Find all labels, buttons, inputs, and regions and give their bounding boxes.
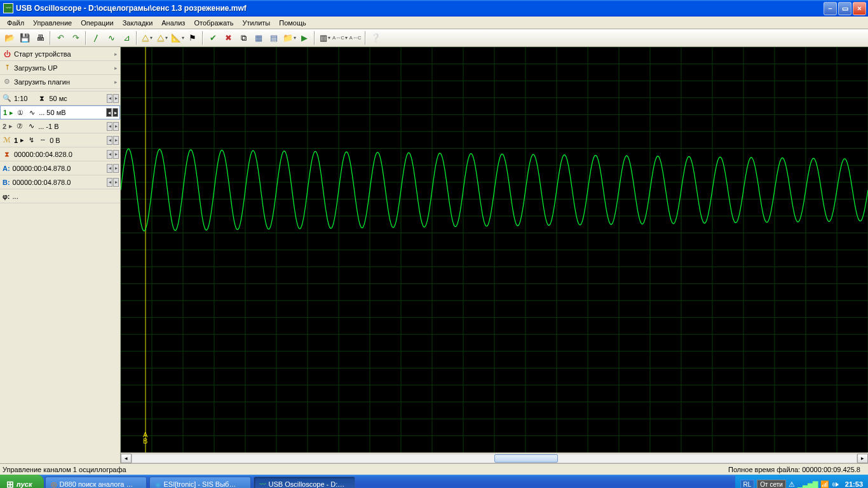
spin-left[interactable]: ◂ bbox=[107, 178, 112, 187]
wave-icon: ∿ bbox=[27, 122, 36, 131]
window-titlebar: 〰 USB Oscilloscope - D:\осцелограмы\сенс… bbox=[0, 0, 868, 17]
spin-right[interactable]: ▸ bbox=[113, 164, 119, 173]
zoom-value: 1:10 bbox=[14, 95, 27, 102]
chevron-right-icon: ▸ bbox=[114, 79, 118, 85]
status-bar: Управление каналом 1 осциллографа Полное… bbox=[0, 463, 868, 475]
cancel-icon[interactable]: ✖ bbox=[221, 31, 235, 45]
ch2-value: ... -1 В bbox=[38, 123, 58, 130]
phi-value: ... bbox=[13, 193, 18, 200]
marker-a-icon[interactable]: ⧋ bbox=[140, 31, 154, 45]
power-indicator[interactable]: От сети bbox=[757, 480, 786, 489]
b-cursor-row[interactable]: B: 00000:00:04.878.0 ◂▸ bbox=[0, 175, 120, 189]
start-device-button[interactable]: ⏻ Старт устройства ▸ bbox=[0, 47, 120, 61]
menu-help[interactable]: Помощь bbox=[275, 18, 311, 28]
spin-right[interactable]: ▸ bbox=[112, 108, 118, 117]
menu-bookmarks[interactable]: Закладки bbox=[118, 18, 158, 28]
flag-icon[interactable]: ⚑ bbox=[186, 31, 200, 45]
close-button[interactable]: × bbox=[853, 2, 866, 15]
scroll-right-button[interactable]: ▸ bbox=[857, 454, 868, 463]
marker-b-icon[interactable]: ⧋ bbox=[155, 31, 169, 45]
mode2-icon[interactable]: A↔C bbox=[348, 31, 362, 45]
signal3-icon[interactable]: ⊿ bbox=[119, 31, 133, 45]
load-up-button[interactable]: ⤒ Загрузить UP ▸ bbox=[0, 61, 120, 75]
power-icon: ⏻ bbox=[3, 50, 11, 58]
spin-left[interactable]: ◂ bbox=[107, 122, 112, 131]
system-tray[interactable]: RL От сети ⚠ ▁▃▅▇ 📶 🕪 21:53 bbox=[735, 475, 868, 488]
signal2-icon[interactable]: ∿ bbox=[104, 31, 118, 45]
math-row[interactable]: ℳ1▸ ↯ ╌ 0 В ◂▸ bbox=[0, 133, 120, 147]
spin-left[interactable]: ◂ bbox=[107, 94, 112, 103]
math-value: 0 В bbox=[50, 137, 60, 144]
folder-icon[interactable]: 📁 bbox=[282, 31, 296, 45]
check-icon[interactable]: ✔ bbox=[206, 31, 220, 45]
tray-volume-icon[interactable]: 🕪 bbox=[832, 480, 839, 488]
time-cursor-row[interactable]: ⧗ 00000:00:04.828.0 ◂▸ bbox=[0, 147, 120, 161]
magnifier-icon: 🔍 bbox=[3, 94, 11, 103]
spin-right[interactable]: ▸ bbox=[113, 150, 119, 159]
open-icon[interactable]: 📂 bbox=[3, 31, 17, 45]
maximize-button[interactable]: ▭ bbox=[838, 2, 851, 15]
sidebar: ⏻ Старт устройства ▸ ⤒ Загрузить UP ▸ ⚙ … bbox=[0, 47, 121, 463]
svg-text:B: B bbox=[143, 437, 147, 445]
spin-right[interactable]: ▸ bbox=[113, 178, 119, 187]
help-icon[interactable]: ❔ bbox=[369, 31, 383, 45]
oscilloscope-display[interactable]: A B bbox=[121, 47, 868, 452]
load-plugin-button[interactable]: ⚙ Загрузить плагин ▸ bbox=[0, 75, 120, 89]
tray-signal-icon[interactable]: ▁▃▅▇ bbox=[797, 480, 818, 489]
phi-row[interactable]: φ: ... bbox=[0, 189, 120, 203]
scroll-left-button[interactable]: ◂ bbox=[121, 454, 132, 463]
zoom-row[interactable]: 🔍 1:10 ⧗ 50 мс ◂▸ bbox=[0, 92, 120, 105]
task-3[interactable]: 〰USB Oscilloscope - D:… bbox=[254, 477, 355, 488]
play-icon[interactable]: ▶ bbox=[297, 31, 311, 45]
a-cursor-value: 00000:00:04.878.0 bbox=[13, 165, 71, 172]
scroll-track[interactable] bbox=[132, 454, 857, 463]
minimize-button[interactable]: – bbox=[824, 2, 837, 15]
task-2[interactable]: ◉ESI[tronic] - SIS Выб… bbox=[149, 477, 251, 488]
timebase-icon: ⧗ bbox=[37, 94, 46, 103]
grid-icon[interactable]: ▦ bbox=[252, 31, 266, 45]
horizontal-scrollbar[interactable]: ◂ ▸ bbox=[121, 452, 868, 463]
lang-indicator[interactable]: RL bbox=[740, 480, 755, 489]
signal1-icon[interactable]: 〳 bbox=[89, 31, 103, 45]
menu-file[interactable]: Файл bbox=[3, 18, 29, 28]
channel-1-row[interactable]: 1▸ ① ∿ ... 50 мВ ◂▸ bbox=[0, 105, 120, 119]
spin-right[interactable]: ▸ bbox=[113, 94, 119, 103]
panel-icon[interactable]: ▥ bbox=[318, 31, 332, 45]
menu-control[interactable]: Управление bbox=[29, 18, 76, 28]
ch1-icon: ① bbox=[16, 108, 25, 117]
clock[interactable]: 21:53 bbox=[845, 480, 863, 488]
undo-icon[interactable]: ↶ bbox=[53, 31, 67, 45]
spin-left[interactable]: ◂ bbox=[107, 136, 112, 145]
scroll-thumb[interactable] bbox=[494, 454, 558, 463]
app-icon: 〰 bbox=[3, 3, 13, 13]
b-cursor-value: 00000:00:04.878.0 bbox=[13, 179, 71, 186]
start-button[interactable]: пуск bbox=[0, 475, 44, 488]
timebase-value: 50 мс bbox=[49, 95, 67, 102]
menu-display[interactable]: Отображать bbox=[189, 18, 238, 28]
save-icon[interactable]: 💾 bbox=[18, 31, 32, 45]
measure-icon[interactable]: 📐 bbox=[170, 31, 184, 45]
menu-analysis[interactable]: Анализ bbox=[157, 18, 189, 28]
copy-icon[interactable]: ⧉ bbox=[236, 31, 250, 45]
spin-left[interactable]: ◂ bbox=[107, 150, 112, 159]
menu-operations[interactable]: Операции bbox=[76, 18, 118, 28]
status-time: Полное время файла: 00000:00:09.425.8 bbox=[728, 466, 865, 473]
a-cursor-row[interactable]: A: 00000:00:04.878.0 ◂▸ bbox=[0, 161, 120, 175]
trigger-icon: ↯ bbox=[27, 136, 36, 145]
spin-left[interactable]: ◂ bbox=[106, 108, 112, 117]
task-1[interactable]: ◎D880 поиск аналога … bbox=[45, 477, 147, 488]
grid2-icon[interactable]: ▤ bbox=[267, 31, 281, 45]
redo-icon[interactable]: ↷ bbox=[69, 31, 83, 45]
spin-right[interactable]: ▸ bbox=[113, 136, 119, 145]
status-text: Управление каналом 1 осциллографа bbox=[3, 466, 728, 473]
tray-icon[interactable]: ⚠ bbox=[789, 480, 795, 489]
tray-wifi-icon[interactable]: 📶 bbox=[820, 480, 829, 489]
toolbar: 📂 💾 🖶 ↶ ↷ 〳 ∿ ⊿ ⧋ ⧋ 📐 ⚑ ✔ ✖ ⧉ ▦ ▤ 📁 ▶ ▥ … bbox=[0, 29, 868, 47]
spin-left[interactable]: ◂ bbox=[107, 164, 112, 173]
print-icon[interactable]: 🖶 bbox=[33, 31, 47, 45]
channel-2-row[interactable]: 2▸ ⑦ ∿ ... -1 В ◂▸ bbox=[0, 119, 120, 133]
upload-icon: ⤒ bbox=[3, 64, 11, 72]
menu-utils[interactable]: Утилиты bbox=[238, 18, 275, 28]
mode-icon[interactable]: A↔C bbox=[333, 31, 347, 45]
spin-right[interactable]: ▸ bbox=[113, 122, 119, 131]
